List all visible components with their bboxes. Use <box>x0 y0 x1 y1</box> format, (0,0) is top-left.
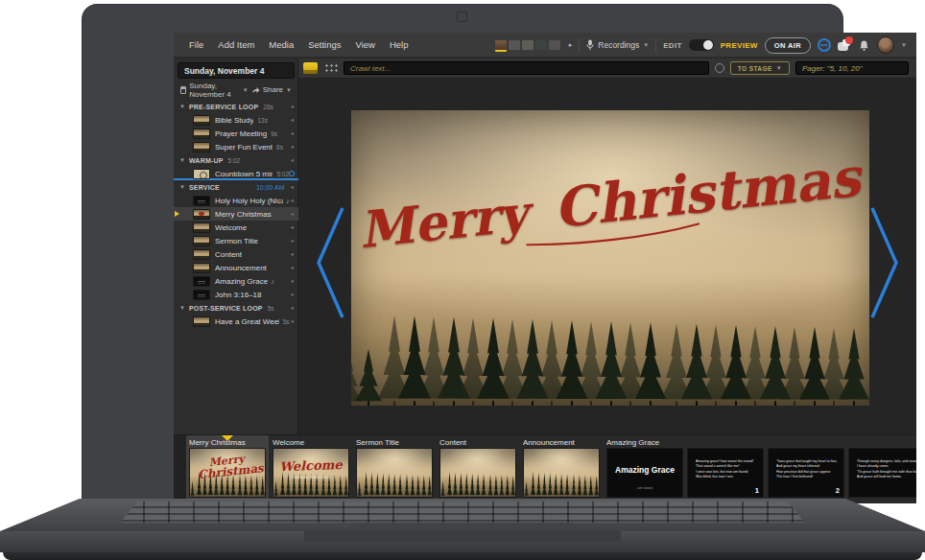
playlist-item-merry-christmas[interactable]: Merry Christmas◄ <box>174 207 298 221</box>
playlist-item-have-a-great-week[interactable]: Have a Great Week5s◄ <box>174 315 298 328</box>
item-label: Prayer Meeting <box>215 129 267 138</box>
speaker-icon[interactable]: ◄ <box>290 292 295 297</box>
speaker-icon[interactable]: ◄ <box>290 265 295 270</box>
playlist-item-john-3-16-18[interactable]: John 3:16–18◄ <box>174 288 298 301</box>
playlist-item-countdown-5-min[interactable]: Countdown 5 min5:02 <box>174 167 298 180</box>
slide-thumbnail[interactable]: MerryChristmas <box>189 448 266 498</box>
item-label: John 3:16–18 <box>215 291 262 299</box>
item-thumbnail <box>193 316 210 327</box>
user-avatar[interactable] <box>877 36 894 54</box>
speaker-icon[interactable]: ◄ <box>290 278 295 284</box>
playlist-section-post-service-loop[interactable]: ▼POST-SERVICE LOOP5s◄ <box>174 301 298 315</box>
to-stage-button[interactable]: TO STAGE▼ <box>730 61 790 75</box>
share-dropdown[interactable]: Share ▼ <box>251 85 292 94</box>
slide-thumbnail[interactable]: Through many dangers, toils, and snares,… <box>848 448 916 498</box>
speaker-icon[interactable]: ◄ <box>290 305 295 311</box>
speaker-icon[interactable]: ◄ <box>290 117 295 123</box>
outputs-expand-icon[interactable]: ▸ <box>569 41 573 49</box>
microphone-icon <box>586 39 594 51</box>
lyric-text: Amazing grace! how sweet the sound! That… <box>696 458 764 478</box>
slide-thumbnail[interactable]: WelcomeCommunity Bible Church <box>273 448 349 498</box>
crawl-text-input[interactable] <box>344 61 709 75</box>
item-label: Holy Holy Holy (Nicaea) <box>215 197 283 205</box>
date-dropdown[interactable]: Sunday, November 4 <box>189 82 240 99</box>
playlist-item-welcome[interactable]: Welcome◄ <box>174 221 298 234</box>
item-thumbnail <box>193 196 210 206</box>
section-collapse-icon[interactable]: ▼ <box>179 104 185 109</box>
filmstrip-group-label: Welcome <box>273 437 349 448</box>
menu-item-file[interactable]: File <box>189 39 203 50</box>
speaker-icon[interactable]: ◄ <box>290 224 295 230</box>
output-thumbnail-1[interactable] <box>495 40 507 50</box>
grid-view-toggle-icon[interactable] <box>323 62 338 74</box>
playlist-section-warm-up[interactable]: ▼WARM-UP5:02◄ <box>174 153 298 167</box>
slide-thumbnail[interactable] <box>523 448 600 498</box>
speaker-icon[interactable]: ◄ <box>290 211 295 217</box>
playlist-item-content[interactable]: Content◄ <box>174 247 298 261</box>
playlist-item-amazing-grace[interactable]: Amazing Grace♪◄ <box>174 274 298 288</box>
speaker-icon[interactable]: ◄ <box>290 130 295 136</box>
speaker-icon[interactable]: ◄ <box>290 198 295 203</box>
chat-icon[interactable] <box>838 39 851 51</box>
playlist-item-super-fun-event[interactable]: Super Fun Event6s◄ <box>174 140 298 153</box>
section-collapse-icon[interactable]: ▼ <box>179 305 185 311</box>
speaker-icon[interactable]: ◄ <box>290 144 295 150</box>
slide-thumbnail[interactable] <box>439 448 516 498</box>
next-slide-chevron-icon[interactable] <box>868 205 901 320</box>
item-duration: 5s <box>283 318 290 325</box>
section-collapse-icon[interactable]: ▼ <box>179 184 185 190</box>
on-air-button[interactable]: ON AIR <box>765 37 811 54</box>
laptop-base <box>0 531 925 552</box>
chevron-down-icon[interactable]: ▼ <box>243 87 249 93</box>
pager-input[interactable] <box>795 61 909 75</box>
notifications-bell-icon[interactable] <box>858 39 870 52</box>
service-title-input[interactable] <box>178 62 295 79</box>
stage-clear-icon[interactable] <box>715 63 724 73</box>
playlist-item-bible-study[interactable]: Bible Study13s◄ <box>174 113 298 127</box>
playlist-item-announcement[interactable]: Announcement◄ <box>174 261 298 274</box>
speaker-icon[interactable]: ◄ <box>290 238 295 244</box>
chevron-down-icon: ▼ <box>643 42 649 48</box>
playlist-item-holy-holy-holy-nicaea-[interactable]: Holy Holy Holy (Nicaea)♪◄ <box>174 194 298 207</box>
menu-item-settings[interactable]: Settings <box>308 39 341 50</box>
edit-preview-toggle[interactable] <box>689 39 714 51</box>
previous-slide-chevron-icon[interactable] <box>314 205 346 320</box>
chevron-down-icon[interactable]: ▼ <box>901 42 907 48</box>
christmas-trees-art <box>440 472 515 497</box>
output-thumbnail-3[interactable] <box>522 40 534 50</box>
slide-view-toggle-icon[interactable] <box>303 62 318 74</box>
output-thumbnail-2[interactable] <box>509 40 520 50</box>
output-thumbnail-4[interactable] <box>535 40 547 50</box>
playlist-item-prayer-meeting[interactable]: Prayer Meeting9s◄ <box>174 127 298 140</box>
output-thumbnails[interactable] <box>495 40 560 50</box>
playlist-section-pre-service-loop[interactable]: ▼PRE-SERVICE LOOP28s◄ <box>174 100 298 113</box>
menu-item-media[interactable]: Media <box>269 39 294 50</box>
section-collapse-icon[interactable]: ▼ <box>179 157 185 163</box>
slide-thumbnail[interactable]: Amazing grace! how sweet the sound! That… <box>687 448 764 498</box>
help-icon[interactable]: ••• <box>818 38 831 52</box>
recordings-dropdown[interactable]: Recordings ▼ <box>586 39 649 51</box>
speaker-icon[interactable]: ◄ <box>290 251 295 257</box>
main-preview-area: Merry Christmas <box>298 79 916 434</box>
speaker-icon[interactable]: ◄ <box>290 318 295 324</box>
slide-thumbnail[interactable]: Amazing GraceJohn Newton <box>606 448 683 498</box>
playlist: ▼PRE-SERVICE LOOP28s◄Bible Study13s◄Pray… <box>174 100 298 328</box>
menu-item-view[interactable]: View <box>356 39 375 50</box>
speaker-icon[interactable]: ◄ <box>290 104 295 109</box>
speaker-icon[interactable]: ◄ <box>290 157 295 163</box>
playlist-item-sermon-title[interactable]: Sermon Title◄ <box>174 234 298 247</box>
slide-thumbnail[interactable] <box>356 448 433 498</box>
speaker-icon[interactable]: ◄ <box>290 184 295 190</box>
slide-thumbnail[interactable]: 'Twas grace that taught my heart to fear… <box>768 448 844 498</box>
lyric-subtitle: John Newton <box>607 487 682 490</box>
item-thumbnail <box>193 115 210 126</box>
section-label: SERVICE <box>189 184 220 191</box>
item-thumbnail <box>193 209 210 220</box>
playlist-section-service[interactable]: ▼SERVICE10:00 AM◄ <box>174 180 298 194</box>
menu-item-help[interactable]: Help <box>390 39 409 50</box>
section-duration: 5:02 <box>228 157 241 164</box>
menu-item-add-item[interactable]: Add Item <box>218 39 254 50</box>
preview-label: PREVIEW <box>721 41 758 50</box>
slide-title-line2: Christmas <box>551 145 864 240</box>
output-thumbnail-5[interactable] <box>549 40 560 50</box>
